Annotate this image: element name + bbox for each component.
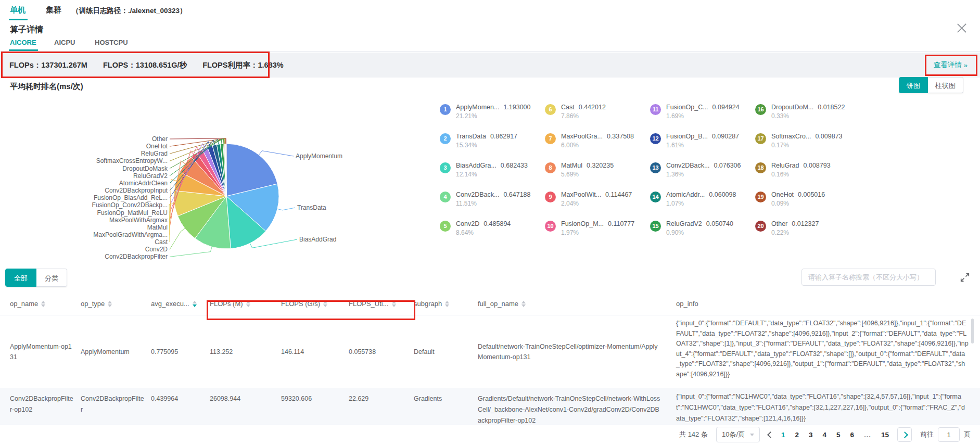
filter-category-button[interactable]: 分类 [36,269,67,287]
legend-value: 0.682433 [501,162,528,169]
legend-label: ReluGradV2 [666,220,702,227]
page-number-3[interactable]: 3 [809,431,813,439]
pie-callout-label: FusionOp_MatMul_ReLU [97,209,168,217]
page-number-15[interactable]: 15 [881,431,889,439]
filter-all-button[interactable]: 全部 [5,269,36,287]
close-icon[interactable] [954,21,969,35]
goto-label: 前往 [920,430,934,439]
next-page-button[interactable] [897,427,912,442]
legend-item: 14AtomicAddr...0.0600981.07% [650,190,755,220]
column-header-subgraph[interactable]: subgraph [414,293,478,315]
legend-label: TransData [456,133,486,140]
fullscreen-icon[interactable] [960,272,970,283]
column-label: avg_execu... [151,300,189,308]
legend-value: 0.337508 [607,133,634,140]
sort-carets-icon[interactable] [108,301,112,307]
column-header-flops_uti[interactable]: FLOPS_Uti... [349,293,414,315]
pie-callout-label: Conv2DBackpropFilter [105,253,168,260]
column-header-flops_m[interactable]: FLOPs (M) [210,293,281,315]
column-header-op_type[interactable]: op_type [81,293,151,315]
legend-item: 13Conv2DBack...0.0763061.36% [650,161,755,190]
legend-percent: 11.51% [456,199,531,208]
view-details-link[interactable]: 查看详情 » [934,53,968,78]
legend-rank-badge: 16 [755,104,766,115]
column-header-flops_gs[interactable]: FLOPS (G/s) [281,293,349,315]
tab-cluster[interactable]: 集群 [46,5,61,15]
cell-op_type: Conv2DBackpropFilter [81,388,151,415]
page-number-2[interactable]: 2 [795,431,799,439]
legend-rank-badge: 9 [545,192,556,202]
cell-subgraph: Default [414,347,478,357]
tab-aicore[interactable]: AICORE [10,39,36,46]
page-size-select[interactable]: 10条/页 [716,427,760,442]
legend-item: 8MatMul0.3202355.69% [545,161,650,190]
cell-full_op_name: Default/network-TrainOneStepCell/optimiz… [478,341,669,362]
op-info-scrollbar[interactable] [971,319,974,344]
legend-item: 4Conv2DBack...0.64718811.51% [440,190,545,220]
legend-value: 0.110777 [608,220,634,227]
table-row: Conv2DBackpropFilter-op102Conv2DBackprop… [0,388,980,425]
sort-carets-icon[interactable] [41,301,45,307]
sort-carets-icon[interactable] [392,301,396,307]
table-row: ApplyMomentum-op131ApplyMomentum0.775095… [0,315,980,388]
pie-label-line [259,151,294,156]
sort-carets-icon[interactable] [521,301,526,307]
cell-full_op_name: Gradients/Default/network-TrainOneStepCe… [478,388,669,425]
column-label: FLOPS_Uti... [349,300,389,308]
page-number-6[interactable]: 6 [850,431,855,439]
legend-percent: 7.86% [561,112,606,121]
page-number-5[interactable]: 5 [836,431,841,439]
pie-callout-label: Cast [155,238,168,246]
column-header-full_op_name[interactable]: full_op_name [478,293,669,315]
legend-label: FusionOp_B... [666,133,708,140]
legend-value: 0.076306 [714,162,741,169]
sort-carets-icon[interactable] [445,301,449,307]
legend-label: OneHot [771,191,794,198]
legend-item: 17SoftmaxCro...0.0098730.17% [755,132,860,161]
tab-standalone[interactable]: 单机 [10,5,26,15]
prev-page-button[interactable] [768,433,773,437]
goto-page-input[interactable] [938,427,960,442]
page-number-4[interactable]: 4 [823,431,827,439]
pie-callout-label: OneHot [146,143,168,150]
legend-rank-badge: 1 [440,104,451,115]
tab-hostcpu[interactable]: HOSTCPU [95,39,128,46]
total-count: 共 142 条 [679,430,708,439]
sort-carets-icon[interactable] [246,301,250,307]
legend-rank-badge: 4 [440,192,451,202]
legend-label: ReluGrad [771,162,799,169]
legend-label: ApplyMomen... [456,104,499,111]
page-number-1[interactable]: 1 [781,431,785,439]
cell-flops_uti: 0.055738 [349,347,414,357]
pie-callout-label: MaxPoolWithArgmax [109,217,168,224]
legend-value: 0.050740 [706,220,733,227]
double-chevron-right-icon: » [963,61,968,69]
tab-aicpu[interactable]: AICPU [54,39,75,46]
sort-carets-icon[interactable] [323,301,327,307]
pie-callout-label: MaxPoolGradWithArgma... [93,231,168,238]
legend-item: 10FusionOp_M...0.1107771.97% [545,220,650,249]
bar-chart-button[interactable]: 柱状图 [928,77,963,93]
pie-callout-label: Other [152,135,168,143]
column-header-op_name[interactable]: op_name [0,293,81,315]
legend-value: 0.005016 [798,191,825,198]
legend-value: 0.485894 [483,220,511,227]
legend-percent: 0.17% [771,141,843,150]
operator-search-input[interactable] [801,269,936,286]
legend-percent: 15.34% [456,141,517,150]
column-header-avg[interactable]: avg_execu... [151,293,210,315]
tab-standalone-active-underline [9,19,28,20]
legend-rank-badge: 20 [755,221,766,232]
pie-label-line [250,239,297,248]
cell-op_type: ApplyMomentum [81,347,151,357]
more-pages-button[interactable]: ... [864,431,871,439]
pie-callout-label: FusionOp_Conv2DBackp... [92,201,168,209]
legend-percent: 0.90% [666,228,733,237]
cell-op_name: ApplyMomentum-op131 [0,341,81,362]
legend-percent: 21.21% [456,112,531,121]
legend-item: 3BiasAddGra...0.68243312.14% [440,161,545,190]
pie-chart-button[interactable]: 饼图 [899,77,928,93]
legend-percent: 0.09% [771,199,825,208]
sort-carets-icon[interactable] [193,301,197,307]
chevron-down-icon [750,434,754,436]
